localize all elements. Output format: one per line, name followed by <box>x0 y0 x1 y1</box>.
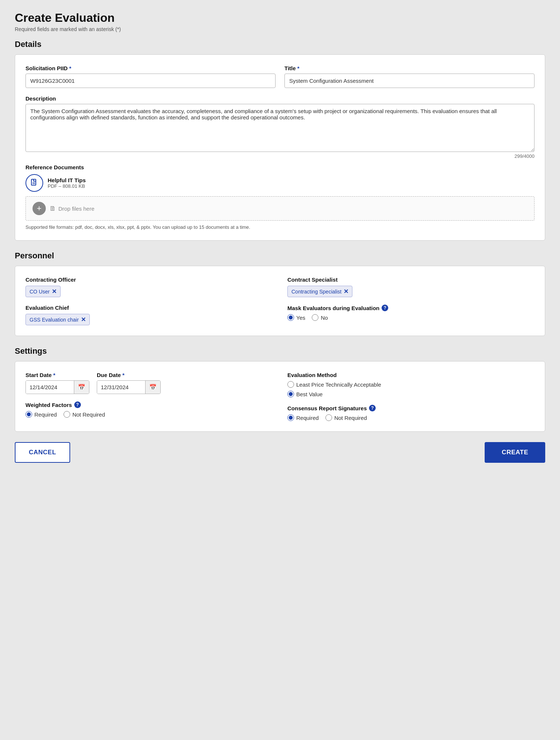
mask-evaluators-field: Mask Evaluators during Evaluation ? <box>287 305 535 311</box>
settings-card: Start Date * 📅 Due Date * � <box>15 361 545 432</box>
consensus-radio-group: Required Not Required <box>287 414 535 421</box>
doc-icon <box>25 174 43 192</box>
weighted-required-radio[interactable] <box>25 411 32 418</box>
details-card: Solicitation PIID * Title * Description … <box>15 54 545 241</box>
title-label: Title * <box>284 65 535 71</box>
weighted-required-option[interactable]: Required <box>25 411 57 418</box>
eval-method-options: Least Price Technically Acceptable Best … <box>287 381 535 397</box>
consensus-required-label: Required <box>296 415 319 421</box>
consensus-required-radio[interactable] <box>287 414 294 421</box>
contract-specialist-tag: Contracting Specialist ✕ <box>287 286 352 297</box>
consensus-label: Consensus Report Signatures ? <box>287 405 535 411</box>
co-user-tag: CO User ✕ <box>25 286 61 297</box>
description-label: Description <box>25 95 535 102</box>
reference-documents-label: Reference Documents <box>25 164 535 170</box>
mask-evaluators-help-icon[interactable]: ? <box>382 305 388 311</box>
mask-no-label: No <box>321 315 328 321</box>
contracting-officer-label: Contracting Officer <box>25 276 273 283</box>
best-value-label: Best Value <box>296 391 322 397</box>
doc-item: Helpful IT Tips PDF – 808.01 KB <box>25 174 535 192</box>
co-user-remove-button[interactable]: ✕ <box>52 288 57 295</box>
mask-evaluators-label: Mask Evaluators during Evaluation <box>287 305 379 311</box>
evaluation-chief-remove-button[interactable]: ✕ <box>81 316 86 323</box>
personnel-card: Contracting Officer CO User ✕ Contract S… <box>15 266 545 336</box>
mask-yes-radio[interactable] <box>287 314 294 321</box>
best-value-radio[interactable] <box>287 391 294 397</box>
weighted-factors-help-icon[interactable]: ? <box>74 401 81 408</box>
mask-evaluators-radio-group: Yes No <box>287 314 535 321</box>
lpta-option[interactable]: Least Price Technically Acceptable <box>287 381 535 388</box>
start-date-label: Start Date * <box>25 372 89 378</box>
drop-text: 🗎 Drop files here <box>49 205 95 213</box>
start-date-input[interactable] <box>26 381 74 394</box>
section-title-personnel: Personnel <box>15 251 545 261</box>
co-user-tag-value: CO User <box>30 289 49 295</box>
start-date-calendar-button[interactable]: 📅 <box>74 381 89 394</box>
section-title-details: Details <box>15 40 545 49</box>
due-date-label: Due Date * <box>97 372 161 378</box>
mask-no-option[interactable]: No <box>312 314 328 321</box>
mask-yes-label: Yes <box>296 315 305 321</box>
weighted-required-label: Required <box>34 411 57 418</box>
description-textarea[interactable]: The System Configuration Assessment eval… <box>25 104 535 152</box>
evaluation-chief-label: Evaluation Chief <box>25 305 273 311</box>
mask-yes-option[interactable]: Yes <box>287 314 305 321</box>
consensus-help-icon[interactable]: ? <box>369 405 376 411</box>
doc-meta: PDF – 808.01 KB <box>48 183 86 189</box>
lpta-radio[interactable] <box>287 381 294 388</box>
page-title: Create Evaluation <box>15 11 545 25</box>
due-date-input[interactable] <box>97 381 145 394</box>
footer-actions: CANCEL CREATE <box>15 442 545 463</box>
contract-specialist-remove-button[interactable]: ✕ <box>344 288 348 295</box>
required-note: Required fields are marked with an aster… <box>15 26 545 32</box>
due-date-calendar-button[interactable]: 📅 <box>145 381 160 394</box>
create-button[interactable]: CREATE <box>485 442 545 463</box>
solicitation-piid-input[interactable] <box>25 74 276 88</box>
contract-specialist-tag-value: Contracting Specialist <box>291 289 341 295</box>
doc-name: Helpful IT Tips <box>48 177 86 183</box>
required-star-title: * <box>297 65 300 71</box>
consensus-not-required-option[interactable]: Not Required <box>325 414 367 421</box>
mask-no-radio[interactable] <box>312 314 318 321</box>
due-date-input-wrap: 📅 <box>97 380 161 394</box>
weighted-factors-label: Weighted Factors ? <box>25 401 273 408</box>
weighted-not-required-radio[interactable] <box>64 411 70 418</box>
start-date-input-wrap: 📅 <box>25 380 89 394</box>
lpta-label: Least Price Technically Acceptable <box>296 381 381 388</box>
title-input[interactable] <box>284 74 535 88</box>
cancel-button[interactable]: CANCEL <box>15 442 70 463</box>
weighted-not-required-option[interactable]: Not Required <box>64 411 105 418</box>
consensus-not-required-radio[interactable] <box>325 414 332 421</box>
evaluation-chief-tag-value: GSS Evaluation chair <box>30 317 79 323</box>
eval-method-label: Evaluation Method <box>287 372 535 378</box>
upload-plus-button[interactable]: + <box>33 202 46 215</box>
required-star-piid: * <box>69 65 71 71</box>
weighted-factors-radio-group: Required Not Required <box>25 411 273 418</box>
consensus-not-required-label: Not Required <box>334 415 367 421</box>
best-value-option[interactable]: Best Value <box>287 391 535 397</box>
section-title-settings: Settings <box>15 346 545 356</box>
char-count: 299/4000 <box>25 153 535 159</box>
weighted-not-required-label: Not Required <box>72 411 105 418</box>
supported-formats: Supported file formats: pdf, doc, docx, … <box>25 224 535 230</box>
consensus-required-option[interactable]: Required <box>287 414 319 421</box>
evaluation-chief-tag: GSS Evaluation chair ✕ <box>25 314 90 325</box>
contract-specialist-label: Contract Specialist <box>287 276 535 283</box>
solicitation-piid-label: Solicitation PIID * <box>25 65 276 71</box>
upload-area[interactable]: + 🗎 Drop files here <box>25 196 535 221</box>
